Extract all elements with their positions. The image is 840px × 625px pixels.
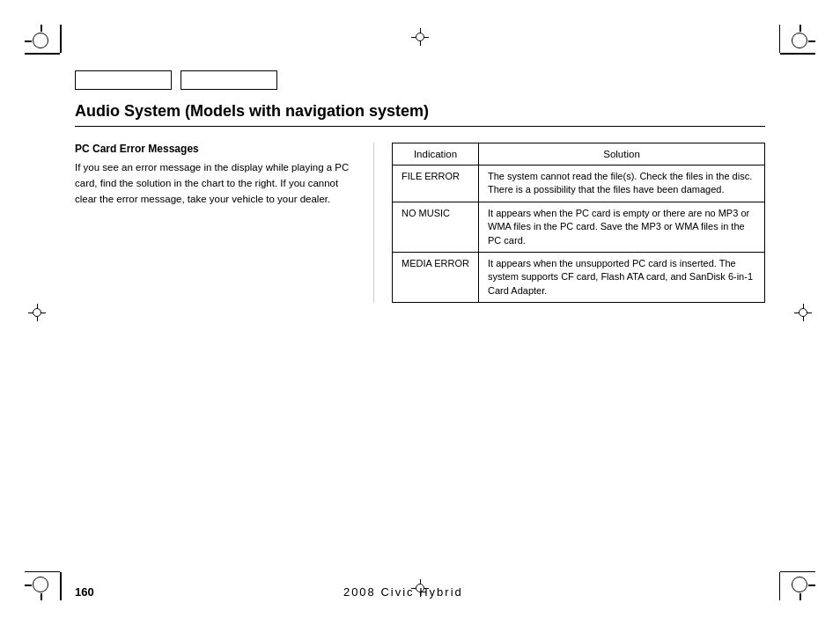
tick-tl-h	[25, 53, 60, 55]
left-column: PC Card Error Messages If you see an err…	[75, 143, 374, 303]
crosshair-right	[794, 304, 812, 321]
tick-bl-h	[25, 571, 60, 573]
table-header-row: Indication Solution	[393, 143, 765, 165]
indication-1: FILE ERROR	[393, 165, 479, 202]
header-indication: Indication	[393, 143, 479, 165]
section-description: If you see an error message in the displ…	[75, 160, 356, 207]
table-row: NO MUSIC It appears when the PC card is …	[393, 202, 765, 252]
corner-mark-tl	[25, 25, 56, 56]
tick-br-h	[780, 571, 815, 573]
solution-2: It appears when the PC card is empty or …	[479, 202, 765, 252]
page: Audio System (Models with navigation sys…	[0, 0, 840, 625]
right-column: Indication Solution FILE ERROR The syste…	[374, 143, 765, 303]
corner-mark-bl	[25, 569, 56, 600]
footer: 160 2008 Civic Hybrid	[75, 585, 765, 599]
header-solution: Solution	[479, 143, 765, 165]
indication-2: NO MUSIC	[393, 202, 479, 252]
tick-tl-v	[60, 25, 62, 53]
footer-center-text: 2008 Civic Hybrid	[343, 585, 463, 599]
table-row: MEDIA ERROR It appears when the unsuppor…	[393, 252, 765, 302]
two-col-layout: PC Card Error Messages If you see an err…	[75, 143, 765, 303]
solution-1: The system cannot read the file(s). Chec…	[479, 165, 765, 202]
indication-3: MEDIA ERROR	[393, 252, 479, 302]
main-content: Audio System (Models with navigation sys…	[75, 70, 765, 555]
tab-box-2	[181, 70, 277, 90]
solution-3: It appears when the unsupported PC card …	[479, 252, 765, 302]
section-heading: PC Card Error Messages	[75, 143, 356, 155]
tab-boxes	[75, 70, 765, 90]
tick-tr-h	[780, 53, 815, 55]
corner-mark-br	[784, 569, 815, 600]
table-row: FILE ERROR The system cannot read the fi…	[393, 165, 765, 202]
tick-bl-v	[60, 572, 62, 600]
tick-tr-v	[779, 25, 781, 53]
page-title: Audio System (Models with navigation sys…	[75, 102, 765, 127]
page-number: 160	[75, 585, 94, 599]
error-table: Indication Solution FILE ERROR The syste…	[392, 143, 765, 303]
tab-box-1	[75, 70, 172, 90]
crosshair-left	[28, 304, 46, 321]
crosshair-top	[411, 28, 429, 46]
tick-br-v	[779, 572, 781, 600]
corner-mark-tr	[784, 25, 815, 56]
